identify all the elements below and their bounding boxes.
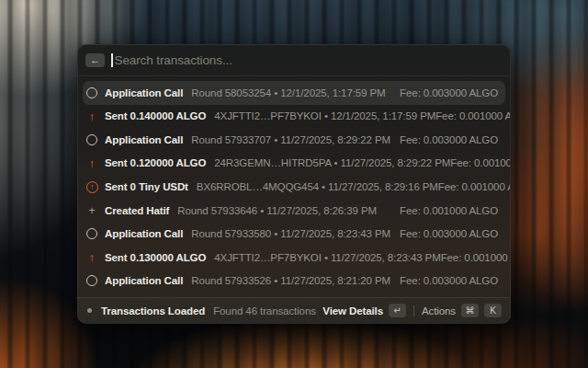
- transaction-fee: Fee: 0.003000 ALGO: [400, 275, 498, 286]
- sent-icon: ↑: [85, 156, 98, 169]
- transaction-meta: 4XJFTTI2…PF7BYKOI • 11/27/2025, 8:23:43 …: [214, 252, 440, 263]
- created-icon: +: [85, 204, 98, 217]
- transaction-fee: Fee: 0.001000 ALGO: [435, 110, 510, 121]
- transaction-meta: 4XJFTTI2…PF7BYKOI • 12/1/2025, 1:17:59 P…: [214, 110, 435, 121]
- desktop-background: ← Search transactions... Application Cal…: [0, 0, 588, 368]
- transaction-row[interactable]: Application Call Round 57933580 • 11/27/…: [83, 222, 505, 246]
- transaction-label: Application Call: [105, 87, 183, 98]
- footer-actions: View Details ↵ Actions ⌘ K: [322, 304, 502, 317]
- transaction-meta: Round 57933707 • 11/27/2025, 8:29:22 PM: [191, 134, 390, 145]
- transaction-meta: 24R3GEMN…HITRD5PA • 11/27/2025, 8:29:22 …: [214, 157, 450, 168]
- transaction-label: Application Call: [105, 134, 183, 145]
- transaction-row[interactable]: + Created Hatif Round 57933646 • 11/27/2…: [83, 199, 505, 223]
- back-button[interactable]: ←: [85, 53, 105, 67]
- sent-icon: ↑: [85, 109, 98, 122]
- transaction-label: Sent 0.140000 ALGO: [105, 110, 206, 121]
- transaction-label: Application Call: [105, 228, 183, 239]
- transaction-row[interactable]: ↑ Sent 0.140000 ALGO 4XJFTTI2…PF7BYKOI •…: [83, 105, 505, 129]
- transaction-meta: BX6RROBL…4MQQG454 • 11/27/2025, 8:29:16 …: [197, 181, 438, 192]
- enter-key-icon: ↵: [389, 304, 406, 317]
- cmd-key-icon: ⌘: [461, 304, 479, 317]
- transaction-row[interactable]: ↑ Sent 0.120000 ALGO 24R3GEMN…HITRD5PA •…: [83, 152, 505, 176]
- transaction-fee: Fee: 0.003000 ALGO: [400, 87, 498, 98]
- transaction-row[interactable]: ↑ Sent 0 Tiny USDt BX6RROBL…4MQQG454 • 1…: [83, 175, 505, 199]
- k-key-icon: K: [484, 304, 502, 317]
- transaction-fee: Fee: 0.003000 ALGO: [400, 228, 498, 239]
- search-transactions-window: ← Search transactions... Application Cal…: [77, 44, 511, 324]
- transaction-row[interactable]: Application Call Round 57933707 • 11/27/…: [83, 128, 505, 152]
- actions-button[interactable]: Actions: [422, 305, 456, 316]
- transaction-meta: Round 57933646 • 11/27/2025, 8:26:39 PM: [177, 205, 377, 216]
- status-detail: Found 46 transactions: [213, 305, 316, 316]
- transaction-fee: Fee: 0.001000 ALGO: [441, 252, 510, 263]
- transaction-list: Application Call Round 58053254 • 12/1/2…: [78, 76, 510, 297]
- transaction-fee: Fee: 0.001000 ALGO: [438, 181, 510, 192]
- transaction-fee: Fee: 0.001000 ALGO: [400, 205, 498, 216]
- transaction-row[interactable]: Application Call Round 57933526 • 11/27/…: [83, 270, 505, 293]
- transaction-row[interactable]: Application Call Round 58053254 • 12/1/2…: [83, 81, 505, 105]
- transaction-label: Sent 0 Tiny USDt: [105, 181, 188, 192]
- footer-divider: [413, 305, 414, 316]
- back-arrow-icon: ←: [90, 55, 100, 65]
- status-title: Transactions Loaded: [101, 305, 205, 316]
- transaction-label: Sent 0.130000 ALGO: [105, 252, 206, 263]
- transaction-label: Application Call: [105, 275, 183, 286]
- transaction-meta: Round 57933580 • 11/27/2025, 8:23:43 PM: [191, 228, 390, 239]
- sent-asset-icon: ↑: [85, 180, 98, 193]
- transaction-label: Created Hatif: [105, 205, 169, 216]
- status-dot-icon: [87, 308, 92, 313]
- search-header: ← Search transactions...: [78, 45, 510, 76]
- status-bar: Transactions Loaded Found 46 transaction…: [78, 297, 510, 323]
- view-details-button[interactable]: View Details: [322, 305, 383, 316]
- search-input[interactable]: Search transactions...: [115, 53, 232, 67]
- transaction-fee: Fee: 0.001000 ALGO: [450, 157, 510, 168]
- transaction-meta: Round 57933526 • 11/27/2025, 8:21:20 PM: [191, 275, 390, 286]
- sent-icon: ↑: [85, 251, 98, 264]
- application-call-icon: [85, 227, 98, 240]
- transaction-meta: Round 58053254 • 12/1/2025, 1:17:59 PM: [191, 87, 385, 98]
- transaction-row[interactable]: ↑ Sent 0.130000 ALGO 4XJFTTI2…PF7BYKOI •…: [83, 246, 505, 270]
- application-call-icon: [85, 274, 98, 287]
- application-call-icon: [85, 133, 98, 146]
- transaction-fee: Fee: 0.003000 ALGO: [400, 134, 498, 145]
- application-call-icon: [85, 86, 98, 99]
- text-caret: [111, 53, 113, 67]
- transaction-label: Sent 0.120000 ALGO: [105, 157, 206, 168]
